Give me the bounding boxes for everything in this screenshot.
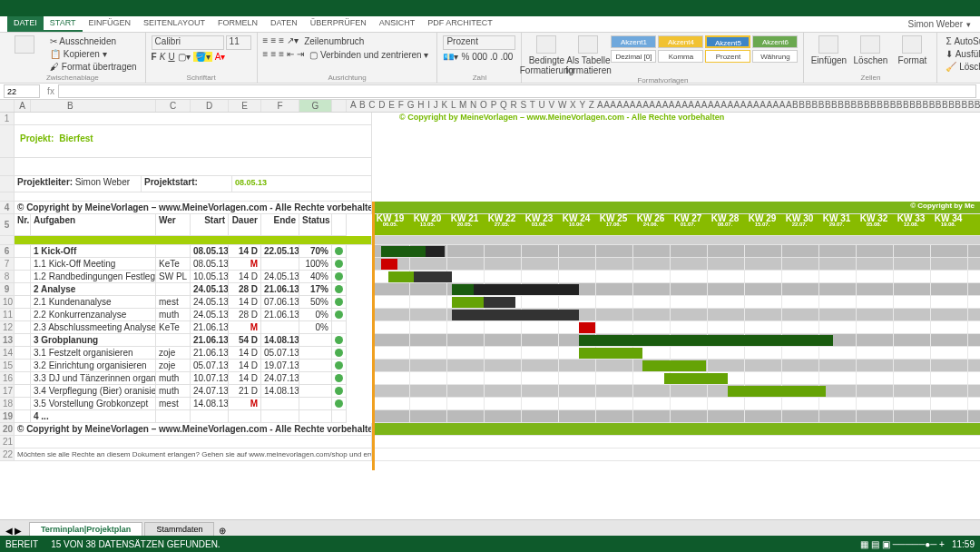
conditional-format[interactable]: Bedingte Formatierung (527, 35, 565, 75)
gantt-row[interactable] (372, 309, 980, 321)
cut-button[interactable]: ✂ Ausschneiden (47, 35, 140, 47)
gantt-row[interactable] (372, 385, 980, 398)
gantt-row[interactable] (372, 321, 980, 334)
format-painter-button[interactable]: 🖌 Format übertragen (47, 61, 140, 73)
border-button[interactable]: ▢▾ (178, 52, 191, 62)
align-bot[interactable]: ≡ (279, 35, 284, 47)
gantt-bar[interactable] (388, 271, 452, 282)
col-ende[interactable]: Ende (261, 214, 299, 236)
user-label[interactable]: Simon Weber ▾ (908, 16, 971, 32)
delete-cells[interactable]: Löschen (851, 35, 889, 65)
sheet-tab-1[interactable]: Terminplan|Projektplan (29, 522, 142, 536)
name-box[interactable]: 22 (4, 84, 40, 98)
col-start[interactable]: Start (191, 214, 229, 236)
col-nr[interactable]: Nr. (15, 214, 31, 236)
sheet-nav[interactable]: ◀ ▶ (0, 526, 27, 536)
align-top[interactable]: ≡ (263, 35, 269, 47)
column-headers[interactable]: A B C D E F G A B C D E F G H I J K L M … (0, 100, 980, 113)
gantt-row[interactable] (372, 271, 980, 283)
gantt-bar[interactable] (728, 386, 826, 397)
align-left[interactable]: ≡ (263, 49, 269, 61)
align-center[interactable]: ≡ (270, 49, 276, 61)
gantt-bar[interactable] (664, 373, 728, 384)
table-row[interactable]: 173.4 Verpflegung (Bier) oranisierenmuth… (0, 385, 372, 398)
table-row[interactable]: 61 Kick-Off08.05.1314 D22.05.1370% (0, 245, 372, 258)
style-accent1[interactable]: Akzent1 (611, 35, 656, 48)
tab-pdf[interactable]: PDF Architect (421, 16, 499, 32)
tab-view[interactable]: ANSICHT (373, 16, 422, 32)
view-buttons[interactable]: ▦ ▤ ▣ ─────●─ + (860, 539, 945, 549)
tab-insert[interactable]: EINFÜGEN (83, 16, 138, 32)
font-size-select[interactable]: 11 (226, 35, 251, 50)
thousands-button[interactable]: 000 (472, 52, 487, 62)
gantt-row[interactable] (372, 258, 980, 271)
inc-decimal[interactable]: .0 (490, 52, 497, 62)
italic-button[interactable]: K (160, 52, 166, 62)
indent-dec[interactable]: ⇤ (287, 49, 294, 61)
style-accent6[interactable]: Akzent6 (752, 35, 798, 48)
style-percent[interactable]: Prozent (705, 50, 750, 63)
table-row[interactable]: 102.1 Kundenanalysemest24.05.1314 D07.06… (0, 296, 372, 309)
table-row[interactable]: 133 Grobplanung21.06.1354 D14.08.13 (0, 334, 372, 347)
gantt-row[interactable] (372, 398, 980, 410)
gantt-bar[interactable] (452, 310, 579, 320)
table-row[interactable]: 153.2 Einrichtung organisierenzoje05.07.… (0, 360, 372, 372)
worksheet-area[interactable]: 1 Projekt: Bierfest Projektleiter: Simon… (0, 113, 980, 510)
tab-file[interactable]: DATEI (7, 16, 44, 32)
dec-decimal[interactable]: .00 (500, 52, 513, 62)
formula-input[interactable] (58, 84, 976, 98)
tab-data[interactable]: DATEN (264, 16, 304, 32)
col-dauer[interactable]: Dauer (229, 214, 261, 236)
underline-button[interactable]: U (168, 52, 174, 62)
autosum[interactable]: Σ AutoSumme ▾ (943, 35, 980, 47)
copy-button[interactable]: 📋 Kopieren ▾ (47, 48, 140, 60)
number-format-select[interactable]: Prozent (443, 35, 515, 50)
style-accent5[interactable]: Akzent5 (705, 35, 750, 48)
gantt-bar[interactable] (452, 284, 579, 295)
fill[interactable]: ⬇ Ausfüllen ▾ (943, 48, 980, 60)
bold-button[interactable]: F (152, 52, 157, 62)
gantt-row[interactable] (372, 347, 980, 360)
table-row[interactable]: 92 Analyse24.05.1328 D21.06.1317% (0, 283, 372, 296)
orientation[interactable]: ↗▾ (287, 35, 299, 47)
fillcolor-button[interactable]: 🪣▾ (193, 52, 212, 62)
percent-button[interactable]: % (461, 52, 469, 62)
table-row[interactable]: 112.2 Konkurrenzanalysemuth24.05.1328 D2… (0, 309, 372, 321)
paste-button[interactable] (5, 35, 44, 55)
indent-inc[interactable]: ⇥ (297, 49, 304, 61)
table-row[interactable]: 71.1 Kick-Off MeetingKeTe08.05.13M100% (0, 258, 372, 271)
table-row[interactable]: 143.1 Festzelt organisierenzoje21.06.131… (0, 347, 372, 360)
tab-formulas[interactable]: FORMELN (211, 16, 264, 32)
style-accent4[interactable]: Akzent4 (658, 35, 703, 48)
gantt-bar[interactable] (452, 297, 515, 308)
col-wer[interactable]: Wer (156, 214, 191, 236)
table-row[interactable]: 194 ... (0, 410, 372, 423)
gantt-row[interactable] (372, 372, 980, 385)
table-row[interactable]: 81.2 Randbedingungen FestlegenSW PL10.05… (0, 271, 372, 283)
align-right[interactable]: ≡ (279, 49, 284, 61)
gantt-bar[interactable] (381, 259, 397, 270)
fontcolor-button[interactable]: A▾ (215, 52, 226, 62)
wrap-text[interactable]: Zeilenumbruch (301, 35, 367, 47)
gantt-row[interactable] (372, 360, 980, 372)
font-name-select[interactable]: Calibri (152, 35, 224, 50)
table-row[interactable]: 122.3 Abschlussmeeting AnalyseKeTe21.06.… (0, 321, 372, 334)
gantt-row[interactable] (372, 410, 980, 423)
col-status[interactable]: Status (299, 214, 332, 236)
style-decimal[interactable]: Dezimal [0] (611, 50, 656, 63)
style-currency[interactable]: Währung (752, 50, 798, 63)
gantt-bar[interactable] (642, 360, 706, 371)
insert-cells[interactable]: Einfügen (809, 35, 848, 65)
as-table[interactable]: Als Tabelle formatieren (569, 35, 607, 75)
gantt-row[interactable] (372, 296, 980, 309)
table-row[interactable]: 183.5 Vorstellung Grobkonzeptmest14.08.1… (0, 398, 372, 410)
tab-pagelayout[interactable]: SEITENLAYOUT (137, 16, 211, 32)
tab-review[interactable]: ÜBERPRÜFEN (304, 16, 373, 32)
fx-button[interactable]: fx (44, 86, 58, 96)
merge-center[interactable]: ▢ Verbinden und zentrieren ▾ (307, 49, 431, 61)
clear[interactable]: 🧹 Löschen ▾ (943, 61, 980, 73)
format-cells[interactable]: Format (893, 35, 931, 65)
sheet-tab-2[interactable]: Stammdaten (144, 522, 214, 536)
align-mid[interactable]: ≡ (270, 35, 276, 47)
gantt-row[interactable] (372, 245, 980, 258)
